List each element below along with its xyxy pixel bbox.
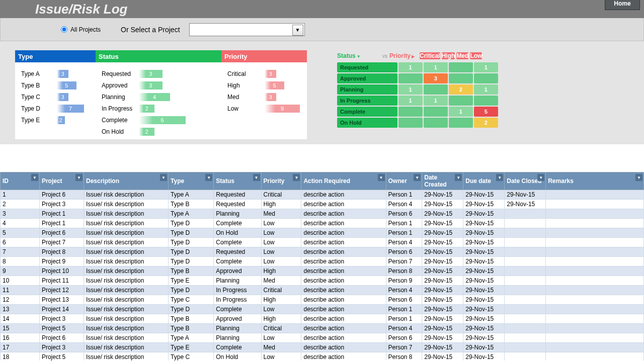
bar-fill: 3 <box>57 70 68 78</box>
pivot-row-label: Requested <box>337 62 397 72</box>
cell-owner: Person 1 <box>386 190 422 200</box>
all-projects-radio[interactable]: All Projects <box>61 26 101 33</box>
bar-label: Low <box>227 105 265 112</box>
cell-type: Type D <box>169 305 214 314</box>
column-header[interactable]: ID▼ <box>1 172 40 190</box>
table-row[interactable]: 14Project 3Issue/ risk descriptionType B… <box>1 314 644 324</box>
filter-dropdown-icon[interactable]: ▼ <box>205 174 212 181</box>
cell-priority: Med <box>261 209 301 219</box>
column-header[interactable]: Description▼ <box>84 172 169 190</box>
filter-dropdown-icon[interactable]: ▼ <box>414 174 421 181</box>
cell-desc: Issue/ risk description <box>84 228 169 238</box>
cell-desc: Issue/ risk description <box>84 238 169 247</box>
table-row[interactable]: 9Project 10Issue/ risk descriptionType B… <box>1 266 644 276</box>
column-header[interactable]: Remarks▼ <box>546 172 644 190</box>
table-row[interactable]: 17Project 3Issue/ risk descriptionType E… <box>1 343 644 352</box>
table-row[interactable]: 12Project 13Issue/ risk descriptionType … <box>1 295 644 305</box>
table-row[interactable]: 2Project 3Issue/ risk descriptionType BR… <box>1 200 644 209</box>
cell-type: Type E <box>169 343 214 352</box>
issue-table-wrap: ID▼Project▼Description▼Type▼Status▼Prior… <box>0 144 644 360</box>
cell-id: 2 <box>1 200 40 209</box>
cell-desc: Issue/ risk description <box>84 324 169 333</box>
filter-dropdown-icon[interactable]: ▼ <box>75 174 83 181</box>
project-select[interactable]: ▼ <box>189 23 305 36</box>
pivot-row-label: On Hold <box>337 118 397 128</box>
cell-desc: Issue/ risk description <box>84 295 169 305</box>
cell-id: 16 <box>1 333 40 343</box>
cell-type: Type B <box>169 314 214 324</box>
cell-closed <box>505 238 546 247</box>
cell-created: 29-Nov-15 <box>422 305 463 314</box>
cell-id: 5 <box>1 228 40 238</box>
table-row[interactable]: 13Project 14Issue/ risk descriptionType … <box>1 305 644 314</box>
table-row[interactable]: 11Project 12Issue/ risk descriptionType … <box>1 286 644 295</box>
table-row[interactable]: 1Project 6Issue/ risk descriptionType AR… <box>1 190 644 200</box>
bar-track: 4 <box>139 93 209 101</box>
cell-status: In Progress <box>214 286 261 295</box>
cell-project: Project 5 <box>39 324 84 333</box>
cell-id: 12 <box>1 295 40 305</box>
cell-desc: Issue/ risk description <box>84 209 169 219</box>
table-row[interactable]: 15Project 5Issue/ risk descriptionType B… <box>1 324 644 333</box>
chart-status: Status Requested3Approved3Planning4In Pr… <box>96 50 221 139</box>
cell-created: 29-Nov-15 <box>422 190 463 200</box>
filter-dropdown-icon[interactable]: ▼ <box>378 174 385 181</box>
column-header[interactable]: Date Closed▼ <box>505 172 546 190</box>
bar-fill: 5 <box>265 81 284 89</box>
cell-priority: Critical <box>261 324 301 333</box>
filter-dropdown-icon[interactable]: ▼ <box>537 174 544 181</box>
home-button[interactable]: Home <box>605 0 640 10</box>
cell-priority: Critical <box>261 190 301 200</box>
cell-status: Complete <box>214 305 261 314</box>
bar-track: 2 <box>57 116 91 124</box>
table-row[interactable]: 4Project 1Issue/ risk descriptionType DC… <box>1 219 644 228</box>
filter-dropdown-icon[interactable]: ▼ <box>293 174 300 181</box>
pivot-head: Status vs Priority CriticalHighMedLow <box>337 50 498 61</box>
cell-remarks <box>546 343 644 352</box>
pivot-status-label[interactable]: Status <box>337 52 382 59</box>
bar-row: Type E2 <box>21 116 91 125</box>
table-row[interactable]: 5Project 6Issue/ risk descriptionType DO… <box>1 228 644 238</box>
column-header[interactable]: Status▼ <box>214 172 261 190</box>
table-row[interactable]: 18Project 5Issue/ risk descriptionType C… <box>1 352 644 361</box>
column-header[interactable]: Due date▼ <box>463 172 505 190</box>
column-label: Owner <box>388 177 407 185</box>
table-row[interactable]: 8Project 9Issue/ risk descriptionType DC… <box>1 257 644 266</box>
table-row[interactable]: 7Project 8Issue/ risk descriptionType DR… <box>1 247 644 257</box>
bar-fill: 2 <box>139 128 154 136</box>
cell-remarks <box>546 305 644 314</box>
table-row[interactable]: 10Project 11Issue/ risk descriptionType … <box>1 276 644 286</box>
cell-closed <box>505 247 546 257</box>
column-header[interactable]: Date Created▼ <box>422 172 463 190</box>
column-header[interactable]: Owner▼ <box>386 172 422 190</box>
column-header[interactable]: Priority▼ <box>261 172 301 190</box>
column-header[interactable]: Project▼ <box>39 172 84 190</box>
filter-dropdown-icon[interactable]: ▼ <box>496 174 503 181</box>
table-row[interactable]: 3Project 1Issue/ risk descriptionType AP… <box>1 209 644 219</box>
column-label: Due date <box>465 177 491 185</box>
chevron-down-icon[interactable]: ▼ <box>292 25 303 36</box>
cell-due: 29-Nov-15 <box>463 190 505 200</box>
cell-remarks <box>546 333 644 343</box>
all-projects-radio-input[interactable] <box>61 26 67 33</box>
column-header[interactable]: Type▼ <box>169 172 214 190</box>
bar-track: 3 <box>265 93 300 101</box>
table-row[interactable]: 16Project 6Issue/ risk descriptionType A… <box>1 333 644 343</box>
cell-type: Type C <box>169 352 214 361</box>
filter-dropdown-icon[interactable]: ▼ <box>253 174 260 181</box>
cell-due: 29-Nov-15 <box>463 228 505 238</box>
pivot-cell <box>424 107 448 117</box>
pivot-priority-label[interactable]: Priority <box>389 52 415 59</box>
cell-action: describe action <box>301 305 386 314</box>
filter-dropdown-icon[interactable]: ▼ <box>455 174 462 181</box>
cell-created: 29-Nov-15 <box>422 238 463 247</box>
cell-desc: Issue/ risk description <box>84 352 169 361</box>
filter-dropdown-icon[interactable]: ▼ <box>635 174 642 181</box>
table-row[interactable]: 6Project 7Issue/ risk descriptionType DC… <box>1 238 644 247</box>
cell-remarks <box>546 286 644 295</box>
cell-due: 29-Nov-15 <box>463 314 505 324</box>
filter-dropdown-icon[interactable]: ▼ <box>160 174 167 181</box>
filter-dropdown-icon[interactable]: ▼ <box>31 174 38 181</box>
cell-project: Project 14 <box>39 305 84 314</box>
column-header[interactable]: Action Required▼ <box>301 172 386 190</box>
